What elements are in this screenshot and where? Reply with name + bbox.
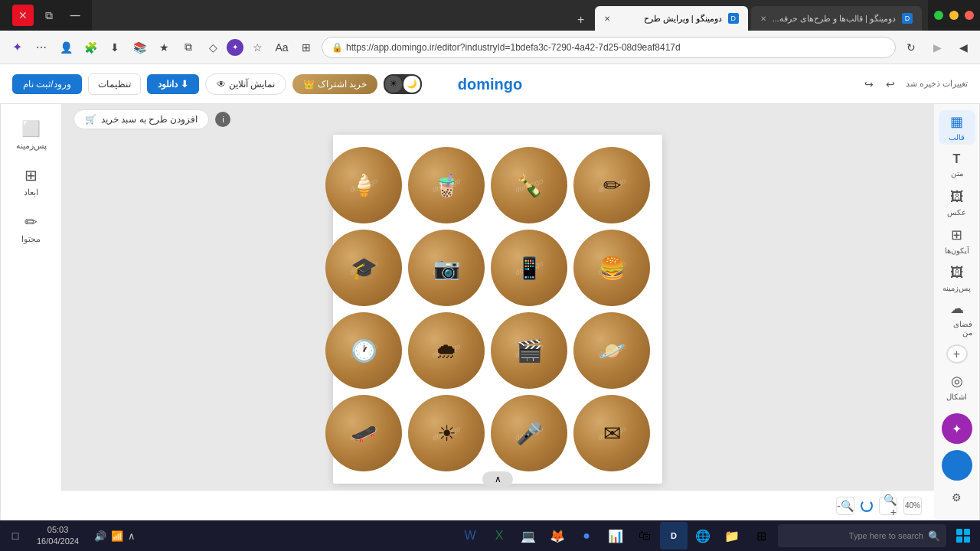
edge-icon[interactable]: 🌐 — [689, 522, 717, 549]
template-circle-4[interactable]: 🍦 — [325, 147, 402, 223]
template-circle-2[interactable]: 🍾 — [491, 147, 567, 223]
app-icon[interactable]: ⊞ — [296, 37, 317, 58]
template-circle-7[interactable]: 📷 — [408, 230, 485, 306]
template-circle-10[interactable]: 🎬 — [491, 312, 567, 389]
store-icon[interactable]: 🛍 — [631, 522, 658, 549]
info-icon[interactable]: i — [215, 112, 230, 127]
back-button[interactable]: ◀ — [952, 37, 974, 58]
profile-icon[interactable]: 👤 — [55, 37, 77, 58]
split-icon[interactable]: ⧉ — [178, 37, 199, 58]
template-circle-5[interactable]: 🍔 — [573, 230, 650, 306]
scroll-up-area[interactable]: ∧ — [61, 468, 934, 490]
history-icon[interactable]: 📚 — [129, 37, 150, 58]
downloads-icon[interactable]: ⬇ — [104, 37, 126, 58]
favorites-menu-icon[interactable]: ★ — [153, 37, 175, 58]
panel-background[interactable]: 🖼 پس‌زمینه — [939, 261, 975, 295]
browser-tab-1[interactable]: D دومینگو | قالب‌ها و طرح‌های حرفه... ✕ — [751, 6, 922, 31]
template-circle-1[interactable]: ✏ — [573, 147, 650, 223]
scroll-up-button[interactable]: ∧ — [482, 471, 513, 487]
powerpoint-icon[interactable]: 📊 — [602, 522, 629, 549]
add-to-cart-button[interactable]: افزودن طرح به سبد خرید 🛒 — [74, 109, 209, 129]
redo-button[interactable]: ↪ — [860, 75, 878, 93]
menu-icon[interactable]: ⋯ — [31, 37, 52, 58]
zoom-bar: 40% 🔍+ 🔍- — [61, 490, 934, 520]
taskbar-search[interactable]: 🔍 Type here to search — [778, 524, 946, 547]
toolbar-content[interactable]: ✏ محتوا — [7, 207, 56, 250]
template-circle-16[interactable]: 🛹 — [325, 395, 402, 471]
new-tab-button[interactable]: + — [570, 9, 592, 31]
template-circle-8[interactable]: 🎓 — [325, 230, 402, 306]
word-icon[interactable]: W — [456, 522, 484, 549]
file-explorer-icon[interactable]: 📁 — [718, 522, 746, 549]
panel-settings-icon[interactable]: ⚙ — [946, 487, 968, 508]
template-circle-11[interactable]: 🌧 — [408, 312, 485, 389]
template-circle-3[interactable]: 🧋 — [408, 147, 485, 223]
window-maximize[interactable] — [934, 11, 943, 20]
panel-icons[interactable]: ⊞ آیکون‌ها — [939, 223, 975, 258]
light-mode-option[interactable]: 🌙 — [403, 76, 420, 93]
download-button[interactable]: ⬇ دانلود — [147, 74, 199, 94]
chrome-icon[interactable]: ● — [573, 522, 600, 549]
toolbar-background[interactable]: ⬜ پس‌زمینه — [7, 113, 56, 157]
circle-2-icon: 🍾 — [516, 173, 543, 198]
close-window-btn[interactable]: ✕ — [12, 5, 34, 26]
laptop-icon[interactable]: 💻 — [514, 522, 542, 549]
panel-add-button[interactable]: + — [946, 344, 968, 363]
dark-mode-toggle[interactable]: 🌙 ☀ — [384, 74, 422, 94]
subscribe-button[interactable]: خرید اشتراک 👑 — [292, 74, 377, 94]
zoom-down-button[interactable]: 40% — [903, 497, 922, 515]
network-icon[interactable]: 📶 — [111, 530, 123, 542]
panel-shapes[interactable]: ◎ اشکال — [939, 370, 975, 404]
collections-icon[interactable]: ◇ — [202, 37, 224, 58]
template-circle-12[interactable]: 🕐 — [325, 312, 402, 389]
window-minimize[interactable] — [949, 11, 959, 20]
task-view-icon[interactable]: ⊞ — [747, 522, 775, 549]
panel-text[interactable]: T متن — [939, 148, 975, 182]
reader-icon[interactable]: Aa — [271, 37, 292, 58]
browser-tab-2[interactable]: D دومینگو | ویرایش طرح ✕ — [595, 6, 748, 31]
firefox-icon[interactable]: 🦊 — [544, 522, 571, 549]
tab-1-close[interactable]: ✕ — [760, 15, 766, 23]
taskbar-clock[interactable]: 05:03 16/04/2024 — [31, 524, 85, 548]
ai-assistant-button[interactable]: ✦ — [942, 413, 972, 444]
minimize-window-btn[interactable]: ─ — [64, 5, 86, 26]
tray-arrow[interactable]: ∧ — [128, 530, 136, 542]
auth-button[interactable]: ورود/ثبت نام — [12, 74, 82, 94]
template-circle-13[interactable]: ✉ — [573, 395, 650, 471]
circle-15-icon: ☀ — [437, 421, 456, 446]
address-bar[interactable]: 🔒 https://app.domingo.ir/editor?industry… — [322, 37, 896, 58]
user-avatar[interactable]: 👤 — [942, 450, 972, 481]
preview-button[interactable]: نمایش آنلاین 👁 — [205, 73, 286, 95]
template-circle-15[interactable]: ☀ — [408, 395, 485, 471]
template-circle-9[interactable]: 🪐 — [573, 312, 650, 389]
undo-button[interactable]: ↩ — [881, 75, 900, 93]
template-circle-14[interactable]: 🎤 — [491, 395, 567, 471]
volume-icon[interactable]: 🔊 — [94, 530, 106, 542]
toolbar-dimensions-label: ابعاد — [24, 187, 38, 197]
copilot-icon[interactable]: ✦ — [227, 39, 243, 56]
zoom-in-button[interactable]: 🔍+ — [879, 497, 897, 515]
panel-photo[interactable]: 🖼 عکس — [939, 186, 975, 220]
tab-2-close[interactable]: ✕ — [604, 15, 610, 23]
zoom-out-button[interactable]: 🔍- — [836, 497, 854, 515]
settings-button[interactable]: تنظیمات — [88, 73, 141, 95]
template-circle-6[interactable]: 📱 — [491, 230, 567, 306]
extension-icon[interactable]: 🧩 — [80, 37, 101, 58]
system-tray: ∧ 📶 🔊 — [88, 530, 142, 542]
panel-template[interactable]: ▦ قالب — [939, 110, 975, 145]
dark-mode-option[interactable]: ☀ — [385, 76, 402, 93]
background-panel-label: پس‌زمینه — [942, 284, 971, 292]
notification-button[interactable]: □ — [3, 522, 28, 549]
panel-myspace[interactable]: ☁ فضای من — [939, 298, 975, 338]
favorites-icon[interactable]: ☆ — [247, 37, 268, 58]
copilot-sidebar-icon[interactable]: ✦ — [6, 37, 28, 58]
refresh-button[interactable]: ↻ — [900, 37, 922, 58]
start-button[interactable] — [949, 522, 977, 549]
domingo-icon[interactable]: D — [660, 522, 688, 549]
toolbar-dimensions[interactable]: ⊞ ابعاد — [7, 160, 56, 204]
forward-button[interactable]: ▶ — [926, 37, 948, 58]
circle-8-icon: 🎓 — [351, 256, 377, 281]
window-close[interactable] — [965, 11, 974, 20]
excel-icon[interactable]: X — [485, 522, 513, 549]
restore-window-btn[interactable]: ⧉ — [38, 5, 60, 26]
